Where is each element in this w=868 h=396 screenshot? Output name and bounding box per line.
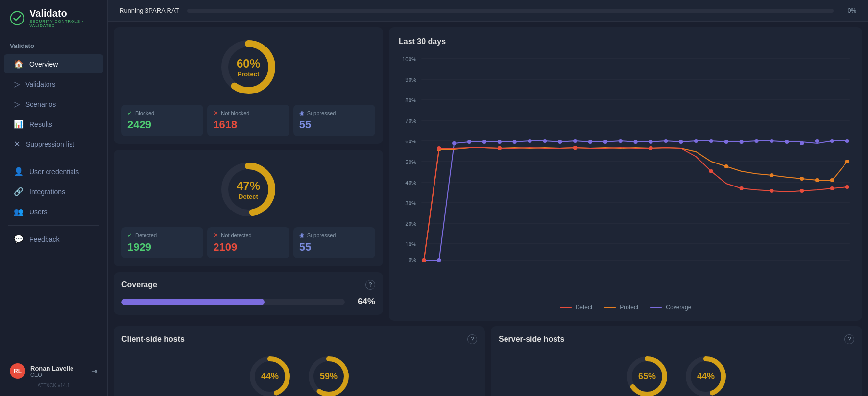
legend-coverage-label: Coverage <box>666 304 691 311</box>
blocked-label: Blocked <box>135 110 154 116</box>
svg-text:10%: 10% <box>405 241 416 247</box>
client-detect-pct: 59% <box>320 372 338 382</box>
sidebar-brand-label: Validato <box>0 36 107 51</box>
bottom-cards: Client-side hosts ? 44% <box>114 326 862 396</box>
coverage-help-icon[interactable]: ? <box>365 280 375 290</box>
avatar: RL <box>10 363 25 379</box>
client-protect-donut-wrap: 44% Protect <box>245 352 294 396</box>
protect-donut: 60% Protect <box>217 35 280 99</box>
detect-suppressed-header: ◉ Suppressed <box>299 232 369 239</box>
progress-pct: 0% <box>842 7 856 14</box>
server-protect-donut: 65% <box>623 352 672 396</box>
not-detected-stat: ✕ Not detected 2109 <box>207 227 289 258</box>
scenarios-icon: ▷ <box>14 99 20 109</box>
svg-point-38 <box>588 140 592 144</box>
client-hosts-help-icon[interactable]: ? <box>467 334 477 344</box>
user-role: CEO <box>30 372 86 378</box>
sidebar-item-validators[interactable]: ▷ Validators <box>4 74 103 93</box>
sidebar-item-users[interactable]: 👥 Users <box>4 202 103 221</box>
svg-point-52 <box>800 141 804 145</box>
protect-pct: 60% <box>237 57 260 70</box>
chart-area: 100% 90% 80% 70% 60% 50% 40% 30% 20% 10%… <box>399 54 852 298</box>
detect-donut: 47% Detect <box>217 158 280 221</box>
sidebar-footer: RL Ronan Lavelle CEO ⇥ ATT&CK v14.1 <box>0 355 107 396</box>
sidebar-item-overview[interactable]: 🏠 Overview <box>4 54 103 73</box>
legend-detect-label: Detect <box>576 304 593 311</box>
svg-point-48 <box>740 140 744 144</box>
protect-suppressed-label: Suppressed <box>307 110 336 116</box>
server-detect-center: 44% <box>697 372 715 382</box>
sidebar-label-overview: Overview <box>29 60 58 68</box>
sidebar-item-suppression[interactable]: ✕ Suppression list <box>4 135 103 154</box>
validators-icon: ▷ <box>14 79 20 89</box>
sidebar-item-results[interactable]: 📊 Results <box>4 115 103 134</box>
coverage-bar-wrap: 64% <box>121 297 375 307</box>
logout-icon[interactable]: ⇥ <box>91 367 97 376</box>
sidebar-item-feedback[interactable]: 💬 Feedback <box>4 230 103 249</box>
protect-donut-center: 60% Protect <box>237 57 260 78</box>
client-detect-center: 59% <box>320 372 338 382</box>
detect-card: 47% Detect ✓ Detected 1929 ✕ <box>114 150 383 266</box>
client-hosts-header: Client-side hosts ? <box>121 334 477 344</box>
progress-bar <box>187 9 834 13</box>
server-detect-donut: 44% <box>681 352 730 396</box>
not-blocked-value: 1618 <box>213 118 283 131</box>
svg-point-68 <box>437 146 441 150</box>
svg-point-64 <box>815 178 819 182</box>
client-host-metrics: 44% Protect 5 <box>121 352 477 396</box>
detected-icon: ✓ <box>127 232 132 239</box>
sidebar-item-integrations[interactable]: 🔗 Integrations <box>4 182 103 201</box>
sidebar-label-results: Results <box>29 120 52 128</box>
coverage-pct: 64% <box>351 297 375 307</box>
svg-point-53 <box>815 139 819 143</box>
logo-title: Validato <box>29 8 97 19</box>
svg-text:100%: 100% <box>402 56 416 62</box>
svg-point-66 <box>845 160 849 163</box>
top-bar: Running 3PARA RAT 0% <box>108 0 868 22</box>
dashboard: 60% Protect ✓ Blocked 2429 ✕ <box>108 22 868 396</box>
svg-point-55 <box>845 139 849 143</box>
legend-protect-label: Protect <box>620 304 638 311</box>
server-hosts-card: Server-side hosts ? 65% <box>491 326 862 396</box>
svg-point-69 <box>498 146 502 150</box>
svg-point-65 <box>830 178 834 182</box>
home-icon: 🏠 <box>14 59 24 69</box>
detected-header: ✓ Detected <box>127 232 197 239</box>
attck-version: ATT&CK v14.1 <box>10 383 97 388</box>
sidebar-item-user-credentials[interactable]: 👤 User credentials <box>4 162 103 181</box>
logo-text: Validato SECURITY CONTROLS · VALIDATED <box>29 8 97 28</box>
svg-text:0%: 0% <box>409 257 416 263</box>
not-blocked-header: ✕ Not blocked <box>213 110 283 116</box>
coverage-card: Coverage ? 64% <box>114 272 383 315</box>
sidebar-label-integrations: Integrations <box>29 188 65 196</box>
legend-coverage-line <box>650 307 662 308</box>
svg-point-47 <box>724 140 728 144</box>
svg-text:60%: 60% <box>405 139 416 144</box>
sidebar-label-suppression: Suppression list <box>26 140 74 148</box>
protect-suppressed-stat: ◉ Suppressed 55 <box>293 105 375 136</box>
server-hosts-help-icon[interactable]: ? <box>844 334 854 344</box>
integrations-icon: 🔗 <box>14 187 24 196</box>
svg-point-75 <box>800 189 804 193</box>
sidebar-label-feedback: Feedback <box>29 235 59 243</box>
not-detected-value: 2109 <box>213 241 283 254</box>
svg-point-40 <box>619 139 623 143</box>
sidebar-nav: 🏠 Overview ▷ Validators ▷ Scenarios 📊 Re… <box>0 51 107 355</box>
sidebar-item-scenarios[interactable]: ▷ Scenarios <box>4 94 103 114</box>
server-hosts-header: Server-side hosts ? <box>499 334 854 344</box>
server-hosts-title: Server-side hosts <box>499 335 564 344</box>
users-icon: 👥 <box>14 207 24 216</box>
svg-point-71 <box>649 146 652 150</box>
svg-point-34 <box>528 139 531 143</box>
svg-point-45 <box>694 139 698 143</box>
server-host-metrics: 65% Protect 4 <box>499 352 854 396</box>
suppress-icon-protect: ◉ <box>299 110 304 116</box>
svg-point-51 <box>785 140 789 144</box>
legend-detect: Detect <box>560 304 593 311</box>
svg-point-41 <box>633 140 637 144</box>
svg-point-28 <box>437 258 441 262</box>
svg-point-36 <box>558 140 562 144</box>
detect-stats-row: ✓ Detected 1929 ✕ Not detected 2109 <box>121 227 375 258</box>
sidebar-label-users: Users <box>29 208 48 216</box>
protect-label: Protect <box>237 70 260 78</box>
